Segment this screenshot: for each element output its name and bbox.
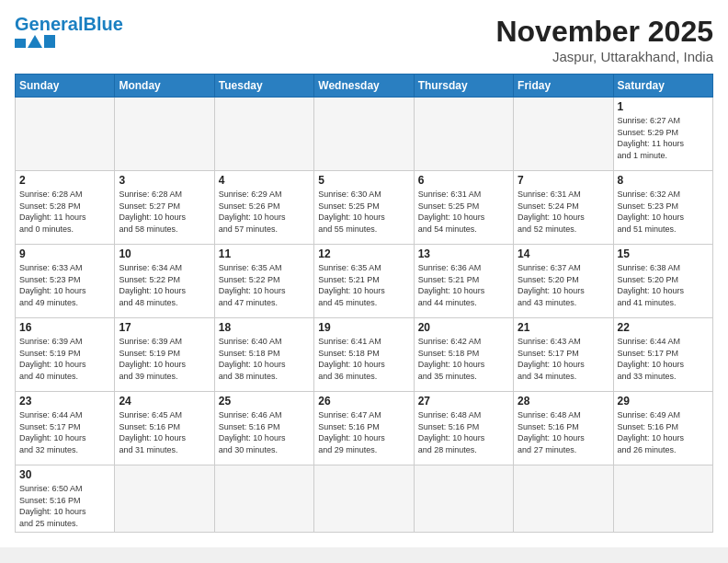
day-number: 2 [19, 174, 110, 187]
day-info: Sunrise: 6:35 AM Sunset: 5:22 PM Dayligh… [219, 262, 310, 308]
table-row: 7Sunrise: 6:31 AM Sunset: 5:24 PM Daylig… [514, 171, 613, 245]
day-number: 12 [318, 247, 409, 260]
table-row: 18Sunrise: 6:40 AM Sunset: 5:18 PM Dayli… [214, 318, 313, 392]
day-info: Sunrise: 6:27 AM Sunset: 5:29 PM Dayligh… [618, 115, 709, 161]
day-info: Sunrise: 6:31 AM Sunset: 5:24 PM Dayligh… [518, 189, 609, 235]
logo-blue: Blue [83, 14, 122, 34]
table-row: 15Sunrise: 6:38 AM Sunset: 5:20 PM Dayli… [613, 245, 712, 318]
day-number: 28 [518, 395, 609, 408]
table-row: 2Sunrise: 6:28 AM Sunset: 5:28 PM Daylig… [16, 171, 115, 245]
table-row [314, 465, 414, 533]
day-info: Sunrise: 6:50 AM Sunset: 5:16 PM Dayligh… [19, 483, 110, 529]
day-number: 30 [19, 468, 110, 481]
table-row: 1Sunrise: 6:27 AM Sunset: 5:29 PM Daylig… [613, 98, 712, 171]
day-number: 3 [119, 174, 210, 187]
day-info: Sunrise: 6:38 AM Sunset: 5:20 PM Dayligh… [618, 262, 709, 308]
table-row: 27Sunrise: 6:48 AM Sunset: 5:16 PM Dayli… [414, 392, 513, 465]
table-row: 14Sunrise: 6:37 AM Sunset: 5:20 PM Dayli… [514, 245, 613, 318]
header-wednesday: Wednesday [314, 75, 414, 98]
logo-general: General [15, 14, 83, 34]
table-row: 16Sunrise: 6:39 AM Sunset: 5:19 PM Dayli… [16, 318, 115, 392]
day-info: Sunrise: 6:39 AM Sunset: 5:19 PM Dayligh… [19, 336, 110, 382]
day-number: 15 [618, 247, 709, 260]
day-number: 23 [19, 395, 110, 408]
day-info: Sunrise: 6:48 AM Sunset: 5:16 PM Dayligh… [418, 409, 509, 455]
table-row: 12Sunrise: 6:35 AM Sunset: 5:21 PM Dayli… [314, 245, 414, 318]
table-row [214, 465, 313, 533]
day-info: Sunrise: 6:39 AM Sunset: 5:19 PM Dayligh… [119, 336, 210, 382]
title-block: November 2025 Jaspur, Uttarakhand, India [495, 15, 713, 64]
weekday-header-row: Sunday Monday Tuesday Wednesday Thursday… [16, 75, 713, 98]
location: Jaspur, Uttarakhand, India [495, 49, 713, 64]
header: GeneralBlue November 2025 Jaspur, Uttara… [15, 15, 713, 64]
day-info: Sunrise: 6:31 AM Sunset: 5:25 PM Dayligh… [418, 189, 509, 235]
day-info: Sunrise: 6:47 AM Sunset: 5:16 PM Dayligh… [318, 409, 409, 455]
table-row: 19Sunrise: 6:41 AM Sunset: 5:18 PM Dayli… [314, 318, 414, 392]
day-number: 22 [618, 321, 709, 334]
table-row [115, 98, 214, 171]
logo: GeneralBlue [15, 15, 123, 48]
day-info: Sunrise: 6:33 AM Sunset: 5:23 PM Dayligh… [19, 262, 110, 308]
day-number: 18 [219, 321, 310, 334]
day-number: 21 [518, 321, 609, 334]
table-row: 4Sunrise: 6:29 AM Sunset: 5:26 PM Daylig… [214, 171, 313, 245]
day-number: 13 [418, 247, 509, 260]
day-info: Sunrise: 6:32 AM Sunset: 5:23 PM Dayligh… [618, 189, 709, 235]
table-row: 13Sunrise: 6:36 AM Sunset: 5:21 PM Dayli… [414, 245, 513, 318]
page: GeneralBlue November 2025 Jaspur, Uttara… [0, 0, 728, 547]
table-row: 30Sunrise: 6:50 AM Sunset: 5:16 PM Dayli… [16, 465, 115, 533]
table-row: 6Sunrise: 6:31 AM Sunset: 5:25 PM Daylig… [414, 171, 513, 245]
day-number: 20 [418, 321, 509, 334]
day-number: 4 [219, 174, 310, 187]
day-info: Sunrise: 6:41 AM Sunset: 5:18 PM Dayligh… [318, 336, 409, 382]
day-info: Sunrise: 6:40 AM Sunset: 5:18 PM Dayligh… [219, 336, 310, 382]
day-info: Sunrise: 6:49 AM Sunset: 5:16 PM Dayligh… [618, 409, 709, 455]
day-info: Sunrise: 6:43 AM Sunset: 5:17 PM Dayligh… [518, 336, 609, 382]
month-title: November 2025 [495, 15, 713, 49]
day-number: 1 [618, 100, 709, 113]
day-info: Sunrise: 6:37 AM Sunset: 5:20 PM Dayligh… [518, 262, 609, 308]
calendar-table: Sunday Monday Tuesday Wednesday Thursday… [15, 74, 713, 533]
day-number: 14 [518, 247, 609, 260]
header-sunday: Sunday [16, 75, 115, 98]
table-row: 29Sunrise: 6:49 AM Sunset: 5:16 PM Dayli… [613, 392, 712, 465]
table-row [414, 465, 513, 533]
day-info: Sunrise: 6:28 AM Sunset: 5:27 PM Dayligh… [119, 189, 210, 235]
day-info: Sunrise: 6:34 AM Sunset: 5:22 PM Dayligh… [119, 262, 210, 308]
day-info: Sunrise: 6:44 AM Sunset: 5:17 PM Dayligh… [618, 336, 709, 382]
table-row: 9Sunrise: 6:33 AM Sunset: 5:23 PM Daylig… [16, 245, 115, 318]
table-row [214, 98, 313, 171]
day-number: 19 [318, 321, 409, 334]
day-number: 17 [119, 321, 210, 334]
day-info: Sunrise: 6:45 AM Sunset: 5:16 PM Dayligh… [119, 409, 210, 455]
header-saturday: Saturday [613, 75, 712, 98]
day-number: 7 [518, 174, 609, 187]
logo-text: GeneralBlue [15, 15, 123, 33]
day-info: Sunrise: 6:42 AM Sunset: 5:18 PM Dayligh… [418, 336, 509, 382]
table-row [16, 98, 115, 171]
day-info: Sunrise: 6:48 AM Sunset: 5:16 PM Dayligh… [518, 409, 609, 455]
header-tuesday: Tuesday [214, 75, 313, 98]
header-monday: Monday [115, 75, 214, 98]
table-row: 26Sunrise: 6:47 AM Sunset: 5:16 PM Dayli… [314, 392, 414, 465]
table-row [613, 465, 712, 533]
table-row: 20Sunrise: 6:42 AM Sunset: 5:18 PM Dayli… [414, 318, 513, 392]
day-info: Sunrise: 6:36 AM Sunset: 5:21 PM Dayligh… [418, 262, 509, 308]
table-row: 10Sunrise: 6:34 AM Sunset: 5:22 PM Dayli… [115, 245, 214, 318]
table-row [414, 98, 513, 171]
day-info: Sunrise: 6:35 AM Sunset: 5:21 PM Dayligh… [318, 262, 409, 308]
table-row: 24Sunrise: 6:45 AM Sunset: 5:16 PM Dayli… [115, 392, 214, 465]
day-number: 10 [119, 247, 210, 260]
day-number: 27 [418, 395, 509, 408]
day-number: 24 [119, 395, 210, 408]
day-number: 6 [418, 174, 509, 187]
table-row: 22Sunrise: 6:44 AM Sunset: 5:17 PM Dayli… [613, 318, 712, 392]
day-number: 11 [219, 247, 310, 260]
table-row: 21Sunrise: 6:43 AM Sunset: 5:17 PM Dayli… [514, 318, 613, 392]
header-thursday: Thursday [414, 75, 513, 98]
day-number: 8 [618, 174, 709, 187]
table-row: 3Sunrise: 6:28 AM Sunset: 5:27 PM Daylig… [115, 171, 214, 245]
table-row [115, 465, 214, 533]
table-row [514, 98, 613, 171]
table-row: 23Sunrise: 6:44 AM Sunset: 5:17 PM Dayli… [16, 392, 115, 465]
